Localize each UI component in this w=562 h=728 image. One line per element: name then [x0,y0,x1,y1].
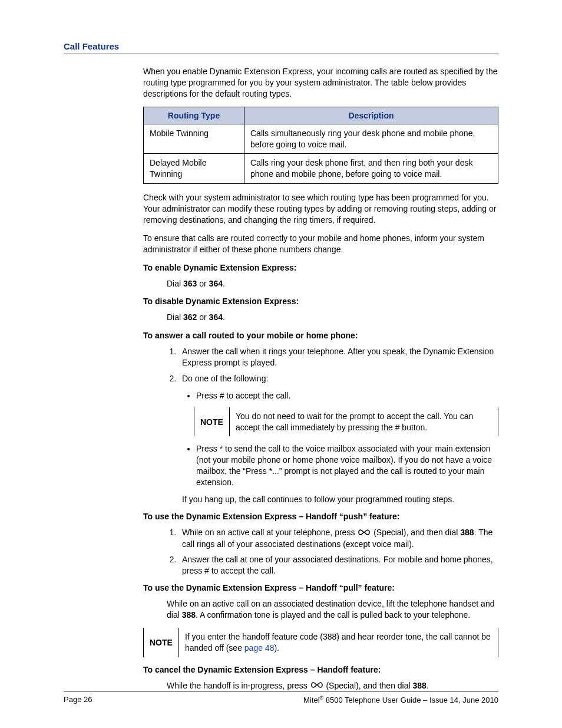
text: (Special), and then dial [373,528,460,537]
disable-heading: To disable Dynamic Extension Express: [143,296,498,307]
cell-type: Delayed Mobile Twinning [144,154,244,184]
header-rule [64,54,498,54]
answer-bullets-2: Press * to send the call to the voice ma… [143,443,498,488]
text: Dial [167,312,183,322]
text: If you enter the handoff feature code (3… [185,632,491,653]
answer-heading: To answer a call routed to your mobile o… [143,330,498,341]
note-box: NOTE You do not need to wait for the pro… [194,407,498,437]
push-steps: While on an active call at your telephon… [143,527,498,577]
text: Dial [167,279,183,288]
text: . [223,279,225,288]
table-header-row: Routing Type Description [144,107,498,124]
brand: Mitel [303,696,319,704]
text: Do one of the following: [182,374,268,383]
code: 388 [460,528,474,537]
code: 363 [183,279,197,288]
note-text: You do not need to wait for the prompt t… [230,407,498,437]
main-content: When you enable Dynamic Extension Expres… [143,66,498,691]
cell-type: Mobile Twinning [144,124,244,154]
text: ). [274,643,279,653]
table-row: Delayed Mobile Twinning Calls ring your … [144,154,498,184]
document-page: Call Features When you enable Dynamic Ex… [0,0,562,728]
answer-bullets: Press # to accept the call. [143,390,498,401]
footer-right: Mitel® 8500 Telephone User Guide – Issue… [303,695,498,704]
text: While on an active call at your telephon… [182,528,357,537]
code: 364 [209,279,223,288]
note-box: NOTE If you enter the handoff feature co… [143,628,498,657]
disable-instruction: Dial 362 or 364. [167,312,498,323]
text: or [197,312,209,322]
list-item: Answer the call at one of your associate… [178,554,498,577]
note-text: If you enter the handoff feature code (3… [179,628,498,657]
text: (Special), and then dial [326,681,412,690]
col-header-desc: Description [244,107,498,124]
table-row: Mobile Twinning Calls simultaneously rin… [144,124,498,154]
list-item: Answer the call when it rings your telep… [178,346,498,368]
intro-paragraph: When you enable Dynamic Extension Expres… [143,66,498,100]
check-paragraph: Check with your system administrator to … [143,192,498,226]
doc-title: 8500 Telephone User Guide – Issue 14, Ju… [323,696,498,704]
list-item: While on an active call at your telephon… [178,527,498,550]
page-link[interactable]: page 48 [244,643,275,653]
pull-heading: To use the Dynamic Extension Express – H… [143,582,498,594]
list-item: Press # to accept the call. [196,390,498,401]
cancel-heading: To cancel the Dynamic Extension Express … [143,664,498,676]
ensure-paragraph: To ensure that calls are routed correctl… [143,233,498,255]
text: or [197,279,209,288]
list-item: Press * to send the call to the voice ma… [196,443,498,488]
infinity-icon [357,528,371,539]
infinity-icon [310,680,324,691]
col-header-type: Routing Type [144,107,244,124]
code: 362 [183,312,197,322]
code: 388 [413,681,427,690]
enable-instruction: Dial 363 or 364. [167,278,498,289]
text: While the handoff is in-progress, press [167,681,310,690]
text: . [223,312,225,322]
cancel-instruction: While the handoff is in-progress, press … [167,680,498,692]
page-footer: Page 26 Mitel® 8500 Telephone User Guide… [64,691,498,704]
note-label: NOTE [194,407,230,437]
cell-desc: Calls simultaneously ring your desk phon… [244,124,498,154]
code: 388 [182,610,196,620]
code: 364 [209,312,223,322]
enable-heading: To enable Dynamic Extension Express: [143,262,498,274]
push-heading: To use the Dynamic Extension Express – H… [143,511,498,522]
routing-table: Routing Type Description Mobile Twinning… [143,107,498,185]
page-number: Page 26 [64,695,92,704]
note-label: NOTE [144,628,179,657]
section-header: Call Features [64,41,498,51]
answer-steps: Answer the call when it rings your telep… [143,346,498,384]
text: . A confirmation tone is played and the … [196,610,470,620]
pull-instruction: While on an active call on an associated… [167,598,498,621]
list-item: Do one of the following: [178,373,498,384]
hangup-text: If you hang up, the call continues to fo… [182,494,498,505]
text: . [427,681,429,690]
cell-desc: Calls ring your desk phone first, and th… [244,154,498,184]
